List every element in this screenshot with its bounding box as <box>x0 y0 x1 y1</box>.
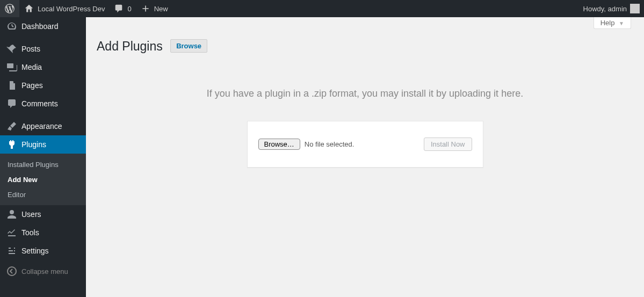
file-browse-button[interactable]: Browse… <box>258 139 300 150</box>
admin-toolbar: Local WordPress Dev 0 New Howdy, admin <box>0 0 644 17</box>
home-icon <box>24 3 34 14</box>
install-now-button[interactable]: Install Now <box>424 137 472 151</box>
upload-plugin-form: Browse… No file selected. Install Now <box>247 121 483 168</box>
chevron-down-icon: ▼ <box>619 20 624 26</box>
my-account-link[interactable]: Howdy, admin <box>579 0 644 17</box>
menu-appearance[interactable]: Appearance <box>0 117 86 135</box>
menu-pages[interactable]: Pages <box>0 76 86 95</box>
menu-comments-label: Comments <box>21 99 58 108</box>
tools-icon <box>6 227 17 238</box>
new-content-label: New <box>154 5 168 13</box>
adminbar-left: Local WordPress Dev 0 New <box>0 0 172 17</box>
pin-icon <box>6 44 17 54</box>
file-selected-status: No file selected. <box>305 140 354 148</box>
plugins-submenu: Installed Plugins Add New Editor <box>0 154 86 205</box>
menu-users-label: Users <box>21 210 41 219</box>
plus-icon <box>140 3 151 14</box>
user-avatar-icon <box>630 4 640 13</box>
upload-instructions: If you have a plugin in a .zip format, y… <box>97 88 633 99</box>
menu-media-label: Media <box>21 63 42 71</box>
menu-comments[interactable]: Comments <box>0 95 86 113</box>
adminbar-right: Howdy, admin <box>579 0 644 17</box>
plugin-icon <box>6 139 17 150</box>
menu-users[interactable]: Users <box>0 205 86 223</box>
menu-plugins-label: Plugins <box>21 140 46 149</box>
content-area: Help ▼ Add Plugins Browse If you have a … <box>86 17 644 297</box>
page-wrap: Add Plugins Browse If you have a plugin … <box>97 34 633 168</box>
comment-count: 0 <box>127 5 131 13</box>
menu-dashboard[interactable]: Dashboard <box>0 17 86 35</box>
menu-settings[interactable]: Settings <box>0 242 86 260</box>
page-title-text: Add Plugins <box>97 39 163 53</box>
admin-menu: Dashboard Posts Media Pages Comments App… <box>0 17 86 297</box>
screen-meta-links: Help ▼ <box>86 17 644 29</box>
howdy-text: Howdy, admin <box>583 5 627 13</box>
help-tab[interactable]: Help ▼ <box>594 17 631 29</box>
menu-dashboard-label: Dashboard <box>21 22 59 31</box>
page-title: Add Plugins Browse <box>97 34 633 56</box>
submenu-installed-plugins[interactable]: Installed Plugins <box>0 157 86 172</box>
brush-icon <box>6 121 17 132</box>
wp-logo-menu[interactable] <box>0 0 19 17</box>
wordpress-logo-icon <box>4 3 15 14</box>
svg-point-0 <box>8 267 16 276</box>
menu-posts[interactable]: Posts <box>0 40 86 58</box>
collapse-icon <box>6 266 17 277</box>
new-content-link[interactable]: New <box>136 0 172 17</box>
file-input-group: Browse… No file selected. <box>258 139 354 150</box>
browse-plugins-button[interactable]: Browse <box>170 39 207 53</box>
media-icon <box>6 62 17 73</box>
menu-media[interactable]: Media <box>0 58 86 76</box>
site-name-text: Local WordPress Dev <box>38 5 105 13</box>
menu-plugins[interactable]: Plugins <box>0 135 86 154</box>
users-icon <box>6 209 17 220</box>
submenu-add-new[interactable]: Add New <box>0 172 86 187</box>
menu-appearance-label: Appearance <box>21 122 62 131</box>
menu-pages-label: Pages <box>21 81 43 90</box>
page-icon <box>6 80 17 91</box>
comments-icon <box>6 98 17 109</box>
comment-icon <box>113 3 124 14</box>
help-tab-label: Help <box>600 19 615 27</box>
menu-posts-label: Posts <box>21 45 40 53</box>
menu-tools[interactable]: Tools <box>0 223 86 242</box>
menu-tools-label: Tools <box>21 228 39 237</box>
collapse-menu[interactable]: Collapse menu <box>0 262 86 280</box>
menu-settings-label: Settings <box>21 247 49 255</box>
settings-icon <box>6 245 17 256</box>
site-name-link[interactable]: Local WordPress Dev <box>19 0 109 17</box>
dashboard-icon <box>6 21 17 32</box>
submenu-editor[interactable]: Editor <box>0 187 86 202</box>
collapse-menu-label: Collapse menu <box>21 267 68 276</box>
comments-link[interactable]: 0 <box>109 0 135 17</box>
